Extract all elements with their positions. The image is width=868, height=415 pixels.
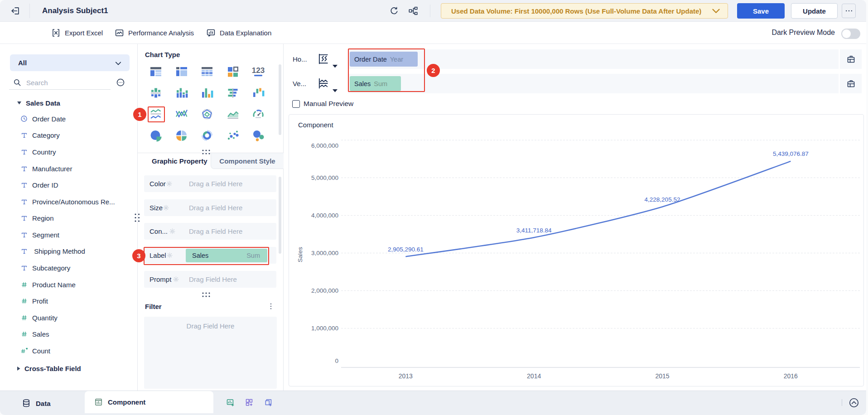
chart-type-bubble[interactable] <box>251 129 266 142</box>
field-item-order-id[interactable]: Order ID <box>0 180 138 191</box>
chart-type-scatter[interactable] <box>225 129 241 142</box>
chart-type-range-column[interactable] <box>251 86 266 100</box>
property-resize-handle[interactable] <box>202 292 211 298</box>
more-button[interactable] <box>842 4 856 18</box>
field-search[interactable]: Search <box>0 75 138 90</box>
field-item-subcategory[interactable]: Subcategory <box>0 263 138 274</box>
collapse-panel-button[interactable] <box>848 397 860 409</box>
gear-icon[interactable] <box>173 276 179 283</box>
performance-analysis-button[interactable]: Performance Analysis <box>115 22 194 43</box>
gear-icon[interactable] <box>166 252 173 259</box>
field-item-product-name[interactable]: Product Name <box>0 279 138 290</box>
caret-down-icon[interactable] <box>333 65 338 68</box>
more-options-icon[interactable] <box>116 78 125 87</box>
refresh-button[interactable] <box>388 5 400 17</box>
field-item-category[interactable]: Category <box>0 130 138 141</box>
property-row-prompt[interactable]: PromptDrag Field Here <box>144 271 276 288</box>
chart-type-pie[interactable] <box>148 129 164 142</box>
field-item-sales[interactable]: Sales <box>0 329 138 340</box>
text-field-icon <box>20 181 28 189</box>
field-item-segment[interactable]: Segment <box>0 229 138 240</box>
manual-preview-checkbox[interactable] <box>292 100 300 108</box>
filter-dropzone[interactable]: Drag Field Here <box>144 317 277 389</box>
vertical-axis-dropzone[interactable]: Sales Sum <box>348 74 839 93</box>
chart-type-stacked-column[interactable] <box>174 86 189 100</box>
line-chart[interactable]: 01,000,0002,000,0003,000,0004,000,0005,0… <box>289 115 863 386</box>
field-item-country[interactable]: Country <box>0 147 138 158</box>
chart-type-grouped-column[interactable] <box>148 86 164 100</box>
copy-component-button[interactable] <box>263 397 275 409</box>
horizontal-axis-settings-button[interactable] <box>840 49 862 69</box>
chart-type-gauge[interactable] <box>251 107 266 121</box>
chart-type-kpi-card[interactable]: 123 <box>251 65 266 78</box>
vertical-axis-settings-button[interactable] <box>840 74 862 93</box>
field-group-cross-table[interactable]: Cross-Table Field <box>0 363 138 373</box>
gear-icon[interactable] <box>169 228 176 235</box>
chart-type-detail-table[interactable] <box>199 65 215 78</box>
chart-type-area[interactable] <box>225 107 241 121</box>
pill-order-date-year[interactable]: Order Date Year <box>350 52 418 67</box>
export-excel-label: Export Excel <box>65 29 103 37</box>
save-button[interactable]: Save <box>737 3 785 19</box>
field-item-count[interactable]: Count <box>0 345 138 356</box>
property-row-con[interactable]: Con...Drag a Field Here <box>144 223 276 240</box>
field-item-region[interactable]: Region <box>0 213 138 224</box>
pill-sales-sum[interactable]: Sales Sum <box>350 76 401 91</box>
chart-config-panel: Chart Type 123 Graphic Property Componen… <box>138 44 284 391</box>
vertical-axis-icon[interactable] <box>317 77 329 89</box>
chart-type-line-selected[interactable] <box>148 107 164 121</box>
triangle-down-icon[interactable] <box>17 101 21 105</box>
chart-type-donut[interactable] <box>199 129 215 142</box>
impact-analysis-button[interactable] <box>407 5 420 17</box>
field-item-manufacturer[interactable]: Manufacturer <box>0 163 138 174</box>
update-button[interactable]: Update <box>791 3 838 19</box>
tab-data[interactable]: Data <box>22 391 51 415</box>
property-placeholder: Drag Field Here <box>189 271 237 288</box>
exit-edit-button[interactable] <box>9 5 22 17</box>
table-scope-select[interactable]: All <box>10 54 130 71</box>
caret-down-icon[interactable] <box>333 89 338 92</box>
gear-icon[interactable] <box>163 204 169 211</box>
field-item-shipping-method[interactable]: Shipping Method <box>0 246 138 257</box>
horizontal-axis-icon[interactable] <box>317 53 329 64</box>
chart-type-scrollbar[interactable] <box>279 64 281 135</box>
property-row-label[interactable]: Label Sales Sum <box>144 247 276 264</box>
field-item-label: Province/Autonomous Re... <box>32 198 115 206</box>
tab-component[interactable]: Component <box>85 391 213 413</box>
chart-type-radar[interactable] <box>199 107 215 121</box>
field-item-province-autonomous-re-[interactable]: Province/Autonomous Re... <box>0 196 138 207</box>
chart-type-bidirectional-bar[interactable] <box>225 86 241 100</box>
property-row-color[interactable]: ColorDrag a Field Here <box>144 175 276 192</box>
export-excel-button[interactable]: Export Excel <box>51 22 103 43</box>
chart-type-multi-line[interactable] <box>174 107 189 121</box>
field-item-order-date[interactable]: Order Date <box>0 113 138 124</box>
chart-type-dashboard[interactable] <box>225 65 241 78</box>
add-dashboard-button[interactable] <box>244 397 256 409</box>
sidebar-resize-handle[interactable] <box>134 213 140 222</box>
chart-type-cross-table[interactable] <box>174 65 189 78</box>
filter-placeholder: Drag Field Here <box>144 322 277 330</box>
pill-label-sales-sum[interactable]: Sales Sum <box>186 249 267 262</box>
field-item-profit[interactable]: Profit <box>0 296 138 307</box>
chart-type-column[interactable] <box>199 86 215 100</box>
gear-icon[interactable] <box>166 180 173 187</box>
app-window: Analysis Subject1 Used Data Volume: Firs… <box>0 0 866 415</box>
field-item-quantity[interactable]: Quantity <box>0 312 138 323</box>
pill-field-name: Sales <box>354 80 371 87</box>
tab-graphic-property[interactable]: Graphic Property <box>152 153 207 169</box>
add-component-button[interactable] <box>225 397 236 409</box>
triangle-right-icon[interactable] <box>17 367 20 371</box>
field-group-sales-data[interactable]: Sales Data <box>0 98 138 108</box>
tab-component-style[interactable]: Component Style <box>211 153 284 169</box>
horizontal-axis-dropzone[interactable]: Order Date Year <box>348 49 839 69</box>
dark-preview-toggle[interactable] <box>841 29 860 39</box>
chart-type-grouped-table[interactable] <box>148 65 164 78</box>
page-title: Analysis Subject1 <box>42 0 108 22</box>
data-volume-banner[interactable]: Used Data Volume: First 10000,000 Rows (… <box>441 3 728 19</box>
chart-type-multi-pie[interactable] <box>174 129 189 142</box>
filter-menu-icon[interactable] <box>266 302 275 311</box>
chart-type-title: Chart Type <box>145 51 180 58</box>
property-row-size[interactable]: SizeDrag a Field Here <box>144 199 276 216</box>
data-explanation-button[interactable]: Data Explanation <box>206 22 271 43</box>
property-scrollbar[interactable] <box>279 177 281 254</box>
